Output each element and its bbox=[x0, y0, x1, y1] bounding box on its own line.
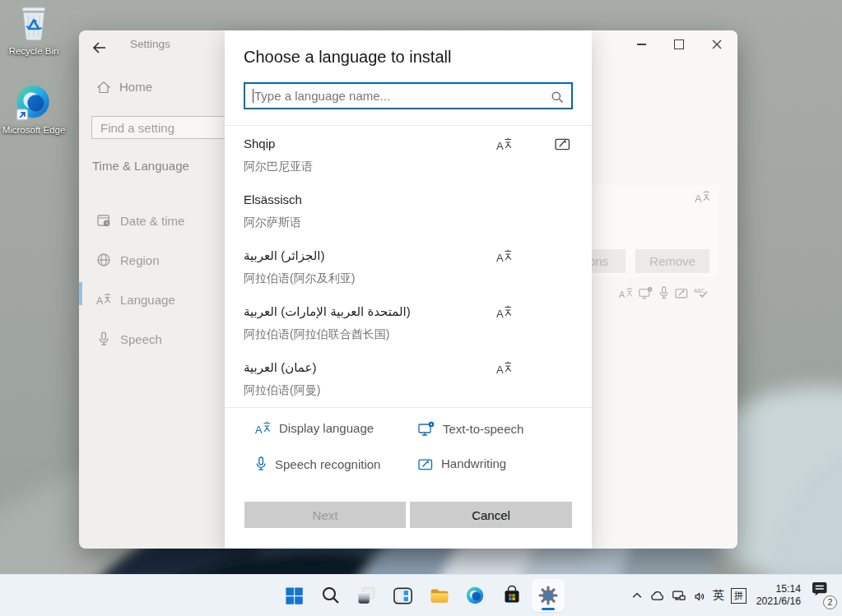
search-icon bbox=[551, 90, 564, 104]
desktop-icon-label: Recycle Bin bbox=[2, 45, 66, 57]
taskbar: 英 拼 15:14 2021/6/16 2 bbox=[0, 574, 842, 616]
language-icon: A bbox=[96, 292, 111, 307]
handwriting-icon bbox=[418, 457, 433, 470]
window-controls bbox=[622, 30, 736, 58]
text-to-speech-icon bbox=[418, 421, 435, 436]
file-explorer-button[interactable] bbox=[423, 579, 456, 612]
network-icon[interactable] bbox=[672, 589, 686, 602]
legend-label: Handwriting bbox=[441, 456, 506, 470]
onedrive-cloud-icon[interactable] bbox=[649, 590, 665, 601]
maximize-button[interactable] bbox=[660, 30, 698, 58]
ime-language-indicator[interactable]: 英 bbox=[713, 588, 724, 603]
home-icon bbox=[96, 81, 111, 94]
divider bbox=[225, 407, 592, 408]
sidebar-item-label: Date & time bbox=[120, 214, 184, 228]
legend-label: Display language bbox=[279, 421, 374, 435]
settings-gear-icon bbox=[537, 585, 559, 606]
desktop-icon-microsoft-edge[interactable]: Microsoft Edge bbox=[2, 83, 66, 136]
globe-icon bbox=[96, 252, 111, 267]
language-localized-name: 阿拉伯语(阿尔及利亚) bbox=[244, 271, 575, 285]
back-button[interactable] bbox=[92, 35, 119, 60]
cancel-button[interactable]: Cancel bbox=[410, 502, 572, 528]
tray-chevron-up-icon[interactable] bbox=[631, 591, 643, 600]
desktop: Recycle Bin Microsoft Edge Settings bbox=[0, 0, 842, 616]
svg-text:A: A bbox=[496, 364, 504, 376]
minimize-button[interactable] bbox=[622, 30, 660, 58]
calendar-clock-icon bbox=[96, 213, 111, 228]
legend-display-language: A Display language bbox=[255, 421, 374, 435]
tray-date: 2021/6/16 bbox=[756, 595, 801, 608]
language-name: Shqip bbox=[244, 137, 575, 151]
language-localized-name: 阿拉伯语(阿曼) bbox=[244, 383, 575, 396]
display-language-icon: A bbox=[255, 421, 271, 435]
clock[interactable]: 15:14 2021/6/16 bbox=[756, 583, 801, 608]
search-button[interactable] bbox=[314, 579, 347, 612]
windows-logo-icon bbox=[284, 586, 305, 606]
text-to-speech-icon bbox=[639, 286, 653, 299]
remove-button[interactable]: Remove bbox=[635, 249, 709, 273]
widgets-button[interactable] bbox=[387, 579, 420, 612]
legend-speech-recognition: Speech recognition bbox=[255, 456, 380, 471]
sidebar-item-home[interactable]: Home bbox=[96, 80, 152, 94]
microsoft-store-button[interactable] bbox=[495, 579, 528, 612]
language-list-item[interactable]: Shqip 阿尔巴尼亚语 A bbox=[244, 137, 575, 184]
microphone-icon bbox=[96, 331, 111, 346]
task-view-button[interactable] bbox=[351, 579, 384, 612]
start-button[interactable] bbox=[278, 579, 311, 612]
language-list-item[interactable]: Elsässisch 阿尔萨斯语 bbox=[244, 192, 575, 240]
sidebar-item-label: Region bbox=[120, 253, 160, 267]
system-tray: 英 拼 15:14 2021/6/16 2 bbox=[631, 575, 837, 616]
sidebar-item-label: Language bbox=[120, 293, 175, 307]
svg-text:A: A bbox=[619, 289, 626, 299]
language-name: Elsässisch bbox=[244, 192, 575, 206]
language-search-input[interactable] bbox=[245, 84, 571, 108]
speech-recognition-icon bbox=[255, 456, 267, 471]
volume-icon[interactable] bbox=[693, 590, 706, 602]
divider bbox=[225, 125, 592, 126]
notification-center-button[interactable]: 2 bbox=[811, 581, 837, 609]
sidebar-item-label: Speech bbox=[120, 332, 162, 346]
edge-button[interactable] bbox=[459, 579, 492, 612]
svg-text:A: A bbox=[496, 308, 504, 320]
legend-text-to-speech: Text-to-speech bbox=[418, 421, 523, 436]
desktop-icon-label: Microsoft Edge bbox=[2, 124, 66, 136]
desktop-icon-recycle-bin[interactable]: Recycle Bin bbox=[2, 5, 66, 57]
handwriting-icon bbox=[555, 137, 570, 151]
settings-button[interactable] bbox=[532, 579, 565, 612]
window-title: Settings bbox=[130, 38, 170, 50]
svg-text:A: A bbox=[695, 192, 702, 205]
svg-text:A: A bbox=[496, 140, 504, 152]
svg-text:A: A bbox=[255, 424, 263, 436]
tray-time: 15:14 bbox=[756, 583, 801, 595]
task-view-icon bbox=[356, 586, 377, 606]
handwriting-icon bbox=[675, 287, 688, 299]
next-button[interactable]: Next bbox=[244, 502, 406, 528]
svg-text:A: A bbox=[496, 252, 504, 264]
legend-handwriting: Handwriting bbox=[418, 456, 506, 470]
edge-icon bbox=[465, 586, 486, 606]
file-explorer-icon bbox=[429, 585, 450, 606]
language-name: العربية ‎(الإمارات ‎العربية ‎المتحدة) bbox=[244, 304, 575, 318]
taskbar-app-icons bbox=[278, 579, 565, 612]
language-localized-name: 阿尔巴尼亚语 bbox=[244, 160, 575, 173]
language-localized-name: 阿拉伯语(阿拉伯联合酋长国) bbox=[244, 327, 575, 340]
search-icon bbox=[321, 586, 341, 605]
notification-count-badge: 2 bbox=[823, 595, 837, 609]
legend-label: Text-to-speech bbox=[443, 422, 523, 436]
sidebar-item-label: Home bbox=[119, 80, 152, 94]
close-button[interactable] bbox=[698, 30, 736, 58]
widgets-icon bbox=[393, 586, 413, 606]
ime-mode-indicator[interactable]: 拼 bbox=[731, 588, 747, 604]
display-language-icon: A bbox=[496, 137, 512, 151]
microsoft-store-icon bbox=[501, 585, 523, 606]
language-list-item[interactable]: العربية ‎(عمان) 阿拉伯语(阿曼) A bbox=[244, 360, 575, 408]
language-name: العربية ‎(الجزائر) bbox=[244, 248, 575, 262]
spellcheck-icon: ABC bbox=[694, 287, 709, 299]
recycle-bin-icon bbox=[16, 5, 52, 43]
language-search-box bbox=[244, 82, 573, 109]
display-language-icon: A bbox=[496, 305, 512, 319]
language-list-item[interactable]: العربية ‎(الجزائر) 阿拉伯语(阿尔及利亚) A bbox=[244, 248, 575, 296]
language-localized-name: 阿尔萨斯语 bbox=[244, 215, 575, 229]
section-heading: Time & Language bbox=[92, 159, 189, 173]
language-list-item[interactable]: العربية ‎(الإمارات ‎العربية ‎المتحدة) 阿拉… bbox=[244, 304, 575, 352]
